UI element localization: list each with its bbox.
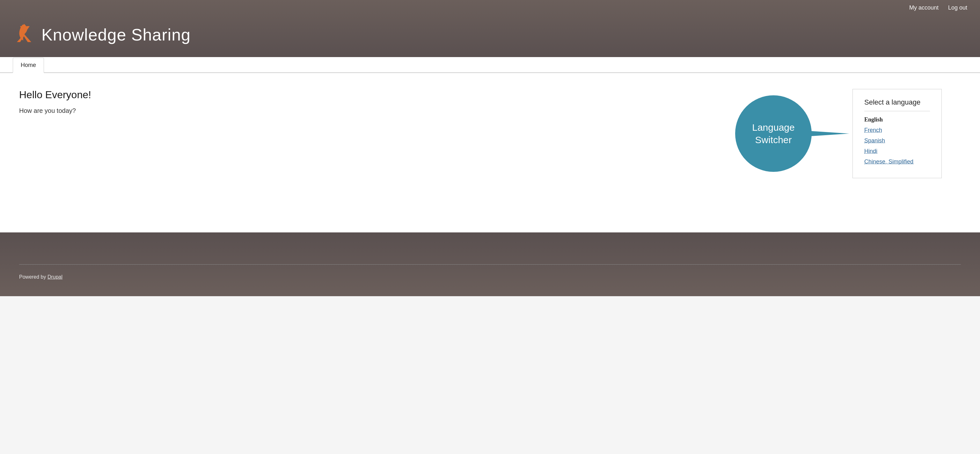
bubble-text: Language Switcher (752, 121, 794, 146)
bubble-tail (811, 127, 849, 140)
logo-icon (13, 22, 35, 48)
language-panel: Select a language English French Spanish… (853, 89, 942, 178)
content-left: Hello Everyone! How are you today? (19, 89, 735, 115)
language-item-english: English (864, 116, 930, 123)
main-nav: Home (0, 57, 980, 73)
language-link-spanish[interactable]: Spanish (864, 137, 885, 144)
drupal-link[interactable]: Drupal (48, 274, 62, 280)
language-bubble: Language Switcher (735, 95, 812, 172)
top-bar: My account Log out (0, 0, 980, 16)
language-label-english: English (864, 116, 883, 123)
log-out-link[interactable]: Log out (948, 5, 967, 11)
tab-home[interactable]: Home (13, 58, 44, 73)
language-panel-title: Select a language (864, 98, 930, 111)
language-item-french[interactable]: French (864, 127, 930, 134)
site-header: My account Log out Knowledge Sharing (0, 0, 980, 57)
page-subtext: How are you today? (19, 107, 735, 115)
brand-area: Knowledge Sharing (0, 16, 980, 57)
bubble-container: Language Switcher (735, 95, 849, 172)
site-title: Knowledge Sharing (41, 25, 191, 44)
my-account-link[interactable]: My account (909, 5, 939, 11)
language-link-chinese[interactable]: Chinese, Simplified (864, 158, 913, 165)
footer-bottom: Powered by Drupal (19, 264, 961, 280)
language-item-chinese[interactable]: Chinese, Simplified (864, 158, 930, 165)
language-switcher-area: Language Switcher Select a language Engl… (735, 89, 942, 178)
language-item-spanish[interactable]: Spanish (864, 137, 930, 144)
main-content: Hello Everyone! How are you today? Langu… (0, 73, 980, 233)
page-heading: Hello Everyone! (19, 89, 735, 101)
language-list: English French Spanish Hindi Chinese, Si… (864, 116, 930, 165)
language-link-french[interactable]: French (864, 127, 882, 133)
language-item-hindi[interactable]: Hindi (864, 148, 930, 155)
site-footer: Powered by Drupal (0, 233, 980, 296)
language-link-hindi[interactable]: Hindi (864, 148, 877, 154)
powered-by-text: Powered by Drupal (19, 274, 961, 280)
